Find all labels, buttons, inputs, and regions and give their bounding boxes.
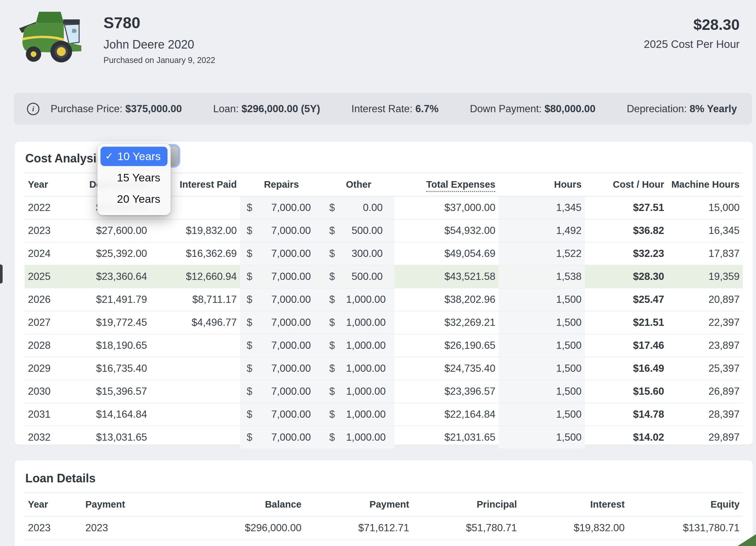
year-cell: 2022	[25, 196, 64, 219]
other-cell: 1,000.00	[343, 288, 394, 311]
depreciation-cell: $14,164.84	[64, 403, 150, 426]
repairs-cell: 7,000.00	[260, 334, 322, 357]
col-total-expenses[interactable]: Total Expenses	[394, 173, 499, 196]
machine-hours-cell: 17,837	[667, 242, 743, 265]
principal-cell: $55,250.02	[412, 540, 520, 546]
col-payment-number: Payment	[82, 493, 183, 516]
summary-value: $375,000.00	[125, 103, 182, 115]
currency-symbol: $	[323, 242, 343, 265]
interest-cell	[150, 426, 240, 449]
machine-hours-cell: 20,897	[667, 288, 743, 311]
year-cell: 2023	[25, 219, 64, 242]
year-cell: 2027	[25, 311, 64, 334]
depreciation-cell: $27,600.00	[64, 219, 150, 242]
other-cell: 500.00	[343, 219, 394, 242]
other-cell: 1,000.00	[343, 311, 394, 334]
summary-label: Depreciation:	[627, 103, 687, 115]
loan-table-header-row: Year Payment Balance Payment Principal I…	[25, 493, 743, 516]
interest-cell: $19,832.00	[520, 516, 628, 540]
loan-details-card: Loan Details Year Payment Balance Paymen…	[15, 460, 753, 546]
summary-value: 6.7%	[415, 103, 439, 115]
depreciation-cell: $15,396.57	[64, 380, 150, 403]
dropdown-option-15-years[interactable]: 15 Years	[100, 168, 167, 187]
hours-cell: 1,522	[499, 242, 585, 265]
interest-cell	[150, 357, 240, 380]
machine-make-year: John Deere 2020	[103, 38, 215, 52]
other-cell: 300.00	[343, 242, 394, 265]
interest-cell: $4,496.77	[150, 311, 240, 334]
year-cell: 2026	[25, 288, 64, 311]
currency-symbol: $	[323, 380, 343, 403]
dropdown-option-label: 10 Years	[117, 150, 161, 163]
table-row: 2029 $16,735.40 $ 7,000.00 $ 1,000.00 $2…	[25, 357, 743, 380]
payment-number-cell: 2024	[82, 540, 183, 546]
hours-cell: 1,500	[499, 311, 585, 334]
total-expenses-cell: $43,521.58	[394, 265, 499, 288]
other-cell: 0.00	[343, 196, 394, 219]
interest-cell	[150, 380, 240, 403]
machine-model: S780	[103, 14, 215, 32]
equity-cell: $187,030.73	[628, 540, 743, 546]
interest-cell: $16,362.69	[150, 242, 240, 265]
repairs-cell: 7,000.00	[260, 265, 322, 288]
hours-cell: 1,538	[499, 265, 585, 288]
other-cell: 1,000.00	[343, 426, 394, 449]
machine-hours-cell: 23,897	[667, 334, 743, 357]
currency-symbol: $	[240, 219, 260, 242]
other-cell: 1,000.00	[343, 403, 394, 426]
check-icon: ✓	[105, 150, 113, 162]
table-row: 2032 $13,031.65 $ 7,000.00 $ 1,000.00 $2…	[25, 426, 743, 449]
currency-symbol: $	[240, 403, 260, 426]
summary-label: Down Payment:	[470, 103, 542, 115]
depreciation-cell: $19,772.45	[64, 311, 150, 334]
cost-per-hour-label: 2025 Cost Per Hour	[644, 38, 740, 51]
col-hours: Hours	[499, 173, 585, 196]
machine-hours-cell: 22,397	[667, 311, 743, 334]
interest-cell	[150, 403, 240, 426]
col-balance: Balance	[183, 493, 305, 516]
hours-cell: 1,345	[499, 196, 585, 219]
year-cell: 2023	[25, 516, 82, 540]
total-expenses-sort-label[interactable]: Total Expenses	[426, 179, 496, 192]
year-cell: 2028	[25, 334, 64, 357]
hours-cell: 1,500	[499, 334, 585, 357]
year-cell: 2031	[25, 403, 64, 426]
total-expenses-cell: $23,396.57	[394, 380, 499, 403]
summary-value: 8% Yearly	[690, 103, 737, 115]
depreciation-cell: $13,031.65	[64, 426, 150, 449]
hours-cell: 1,500	[499, 357, 585, 380]
repairs-cell: 7,000.00	[260, 426, 322, 449]
loan-details-table: Year Payment Balance Payment Principal I…	[25, 492, 743, 546]
repairs-cell: 7,000.00	[260, 357, 322, 380]
summary-value: $296,000.00 (5Y)	[241, 103, 320, 115]
cost-per-hour-cell: $15.60	[585, 380, 668, 403]
col-equity: Equity	[628, 493, 743, 516]
table-row: 2028 $18,190.65 $ 7,000.00 $ 1,000.00 $2…	[25, 334, 743, 357]
cost-per-hour-value: $28.30	[644, 16, 740, 33]
machine-hours-cell: 29,897	[667, 426, 743, 449]
total-expenses-cell: $22,164.84	[394, 403, 499, 426]
col-other: Other	[323, 173, 395, 196]
payment-cell: $71,612.71	[305, 516, 412, 540]
repairs-cell: 7,000.00	[260, 403, 322, 426]
dropdown-option-10-years[interactable]: ✓ 10 Years	[100, 147, 167, 166]
repairs-cell: 7,000.00	[260, 380, 322, 403]
summary-item-interest-rate: Interest Rate: 6.7%	[351, 103, 438, 115]
repairs-cell: 7,000.00	[260, 242, 322, 265]
summary-item-purchase-price: Purchase Price: $375,000.00	[51, 103, 182, 115]
machine-hours-cell: 16,345	[667, 219, 743, 242]
col-interest: Interest	[520, 493, 628, 516]
machine-hours-cell: 28,397	[667, 403, 743, 426]
total-expenses-cell: $38,202.96	[394, 288, 499, 311]
cost-per-hour-cell: $32.23	[585, 242, 668, 265]
interest-cell: $19,832.00	[150, 219, 240, 242]
col-year: Year	[25, 173, 64, 196]
currency-symbol: $	[323, 334, 343, 357]
col-principal: Principal	[412, 493, 520, 516]
summary-item-down-payment: Down Payment: $80,000.00	[470, 103, 596, 115]
currency-symbol: $	[323, 311, 343, 334]
cost-per-hour-cell: $28.30	[585, 265, 668, 288]
depreciation-cell: $16,735.40	[64, 357, 150, 380]
depreciation-cell: $21,491.79	[64, 288, 150, 311]
dropdown-option-20-years[interactable]: 20 Years	[100, 189, 167, 209]
